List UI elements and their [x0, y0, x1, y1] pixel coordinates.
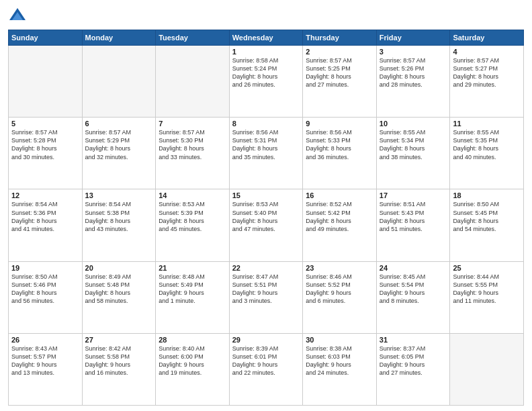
- calendar-cell: 15Sunrise: 8:53 AM Sunset: 5:40 PM Dayli…: [229, 189, 303, 261]
- day-number: 8: [232, 120, 300, 128]
- logo-icon: [8, 7, 27, 26]
- day-number: 1: [232, 48, 300, 56]
- day-number: 18: [453, 191, 521, 199]
- day-number: 7: [159, 120, 226, 128]
- day-number: 22: [232, 264, 300, 272]
- calendar-cell: 28Sunrise: 8:40 AM Sunset: 6:00 PM Dayli…: [156, 333, 230, 405]
- day-number: 29: [232, 336, 300, 344]
- day-info: Sunrise: 8:50 AM Sunset: 5:45 PM Dayligh…: [453, 200, 521, 233]
- day-info: Sunrise: 8:56 AM Sunset: 5:33 PM Dayligh…: [306, 128, 373, 161]
- calendar-header-tuesday: Tuesday: [156, 30, 230, 46]
- calendar-cell: 8Sunrise: 8:56 AM Sunset: 5:31 PM Daylig…: [229, 118, 303, 189]
- calendar-cell: 5Sunrise: 8:57 AM Sunset: 5:28 PM Daylig…: [9, 118, 83, 189]
- calendar-cell: 7Sunrise: 8:57 AM Sunset: 5:30 PM Daylig…: [156, 118, 230, 189]
- day-number: 6: [85, 120, 153, 128]
- day-info: Sunrise: 8:46 AM Sunset: 5:52 PM Dayligh…: [306, 273, 373, 306]
- calendar-header-thursday: Thursday: [303, 30, 377, 46]
- day-number: 5: [11, 120, 79, 128]
- day-info: Sunrise: 8:43 AM Sunset: 5:57 PM Dayligh…: [11, 345, 79, 377]
- calendar-week-row: 26Sunrise: 8:43 AM Sunset: 5:57 PM Dayli…: [9, 333, 524, 405]
- day-number: 17: [380, 191, 447, 199]
- calendar-cell: 29Sunrise: 8:39 AM Sunset: 6:01 PM Dayli…: [229, 333, 303, 405]
- header: [8, 7, 524, 26]
- day-info: Sunrise: 8:39 AM Sunset: 6:01 PM Dayligh…: [232, 345, 300, 377]
- day-number: 19: [11, 264, 79, 272]
- day-number: 28: [159, 336, 226, 344]
- day-number: 25: [453, 264, 521, 272]
- day-info: Sunrise: 8:48 AM Sunset: 5:49 PM Dayligh…: [159, 273, 226, 306]
- calendar-cell: 24Sunrise: 8:45 AM Sunset: 5:54 PM Dayli…: [376, 261, 450, 333]
- day-info: Sunrise: 8:40 AM Sunset: 6:00 PM Dayligh…: [159, 345, 226, 377]
- day-number: 2: [306, 48, 373, 56]
- calendar-week-row: 12Sunrise: 8:54 AM Sunset: 5:36 PM Dayli…: [9, 189, 524, 261]
- calendar-week-row: 1Sunrise: 8:58 AM Sunset: 5:24 PM Daylig…: [9, 46, 524, 118]
- calendar-cell: [9, 46, 83, 118]
- calendar-cell: 23Sunrise: 8:46 AM Sunset: 5:52 PM Dayli…: [303, 261, 377, 333]
- day-info: Sunrise: 8:54 AM Sunset: 5:38 PM Dayligh…: [85, 200, 153, 233]
- calendar-cell: 3Sunrise: 8:57 AM Sunset: 5:26 PM Daylig…: [376, 46, 450, 118]
- day-info: Sunrise: 8:58 AM Sunset: 5:24 PM Dayligh…: [232, 56, 300, 89]
- calendar-cell: 12Sunrise: 8:54 AM Sunset: 5:36 PM Dayli…: [9, 189, 83, 261]
- day-number: 14: [159, 191, 226, 199]
- day-number: 3: [380, 48, 447, 56]
- calendar-cell: 14Sunrise: 8:53 AM Sunset: 5:39 PM Dayli…: [156, 189, 230, 261]
- calendar-cell: 11Sunrise: 8:55 AM Sunset: 5:35 PM Dayli…: [450, 118, 524, 189]
- day-number: 30: [306, 336, 373, 344]
- calendar-cell: 22Sunrise: 8:47 AM Sunset: 5:51 PM Dayli…: [229, 261, 303, 333]
- day-number: 21: [159, 264, 226, 272]
- day-info: Sunrise: 8:37 AM Sunset: 6:05 PM Dayligh…: [380, 345, 447, 377]
- day-info: Sunrise: 8:54 AM Sunset: 5:36 PM Dayligh…: [11, 200, 79, 233]
- calendar-cell: 25Sunrise: 8:44 AM Sunset: 5:55 PM Dayli…: [450, 261, 524, 333]
- calendar-header-row: SundayMondayTuesdayWednesdayThursdayFrid…: [9, 30, 524, 46]
- day-info: Sunrise: 8:50 AM Sunset: 5:46 PM Dayligh…: [11, 273, 79, 306]
- day-number: 26: [11, 336, 79, 344]
- day-number: 4: [453, 48, 521, 56]
- day-info: Sunrise: 8:47 AM Sunset: 5:51 PM Dayligh…: [232, 273, 300, 306]
- calendar-cell: 20Sunrise: 8:49 AM Sunset: 5:48 PM Dayli…: [82, 261, 156, 333]
- calendar-cell: 1Sunrise: 8:58 AM Sunset: 5:24 PM Daylig…: [229, 46, 303, 118]
- page: SundayMondayTuesdayWednesdayThursdayFrid…: [0, 0, 532, 411]
- day-info: Sunrise: 8:45 AM Sunset: 5:54 PM Dayligh…: [380, 273, 447, 306]
- day-number: 27: [85, 336, 153, 344]
- calendar-cell: [450, 333, 524, 405]
- day-info: Sunrise: 8:38 AM Sunset: 6:03 PM Dayligh…: [306, 345, 373, 377]
- day-info: Sunrise: 8:49 AM Sunset: 5:48 PM Dayligh…: [85, 273, 153, 306]
- day-info: Sunrise: 8:57 AM Sunset: 5:29 PM Dayligh…: [85, 128, 153, 161]
- calendar-header-wednesday: Wednesday: [229, 30, 303, 46]
- calendar-table: SundayMondayTuesdayWednesdayThursdayFrid…: [8, 30, 524, 406]
- calendar-week-row: 5Sunrise: 8:57 AM Sunset: 5:28 PM Daylig…: [9, 118, 524, 189]
- day-info: Sunrise: 8:42 AM Sunset: 5:58 PM Dayligh…: [85, 345, 153, 377]
- day-info: Sunrise: 8:44 AM Sunset: 5:55 PM Dayligh…: [453, 273, 521, 306]
- calendar-cell: 30Sunrise: 8:38 AM Sunset: 6:03 PM Dayli…: [303, 333, 377, 405]
- day-number: 31: [380, 336, 447, 344]
- calendar-cell: 9Sunrise: 8:56 AM Sunset: 5:33 PM Daylig…: [303, 118, 377, 189]
- calendar-cell: 31Sunrise: 8:37 AM Sunset: 6:05 PM Dayli…: [376, 333, 450, 405]
- calendar-cell: 17Sunrise: 8:51 AM Sunset: 5:43 PM Dayli…: [376, 189, 450, 261]
- day-info: Sunrise: 8:51 AM Sunset: 5:43 PM Dayligh…: [380, 200, 447, 233]
- day-info: Sunrise: 8:55 AM Sunset: 5:35 PM Dayligh…: [453, 128, 521, 161]
- day-number: 13: [85, 191, 153, 199]
- day-number: 24: [380, 264, 447, 272]
- day-number: 12: [11, 191, 79, 199]
- calendar-header-sunday: Sunday: [9, 30, 83, 46]
- calendar-header-friday: Friday: [376, 30, 450, 46]
- day-info: Sunrise: 8:57 AM Sunset: 5:28 PM Dayligh…: [11, 128, 79, 161]
- day-number: 20: [85, 264, 153, 272]
- calendar-cell: 16Sunrise: 8:52 AM Sunset: 5:42 PM Dayli…: [303, 189, 377, 261]
- day-number: 9: [306, 120, 373, 128]
- calendar-header-monday: Monday: [82, 30, 156, 46]
- day-number: 10: [380, 120, 447, 128]
- calendar-cell: 13Sunrise: 8:54 AM Sunset: 5:38 PM Dayli…: [82, 189, 156, 261]
- calendar-cell: [156, 46, 230, 118]
- day-info: Sunrise: 8:55 AM Sunset: 5:34 PM Dayligh…: [380, 128, 447, 161]
- logo: [8, 7, 30, 26]
- day-info: Sunrise: 8:53 AM Sunset: 5:39 PM Dayligh…: [159, 200, 226, 233]
- day-info: Sunrise: 8:53 AM Sunset: 5:40 PM Dayligh…: [232, 200, 300, 233]
- calendar-cell: 19Sunrise: 8:50 AM Sunset: 5:46 PM Dayli…: [9, 261, 83, 333]
- calendar-cell: 27Sunrise: 8:42 AM Sunset: 5:58 PM Dayli…: [82, 333, 156, 405]
- day-info: Sunrise: 8:56 AM Sunset: 5:31 PM Dayligh…: [232, 128, 300, 161]
- calendar-cell: 21Sunrise: 8:48 AM Sunset: 5:49 PM Dayli…: [156, 261, 230, 333]
- day-info: Sunrise: 8:57 AM Sunset: 5:25 PM Dayligh…: [306, 56, 373, 89]
- day-info: Sunrise: 8:57 AM Sunset: 5:30 PM Dayligh…: [159, 128, 226, 161]
- day-number: 16: [306, 191, 373, 199]
